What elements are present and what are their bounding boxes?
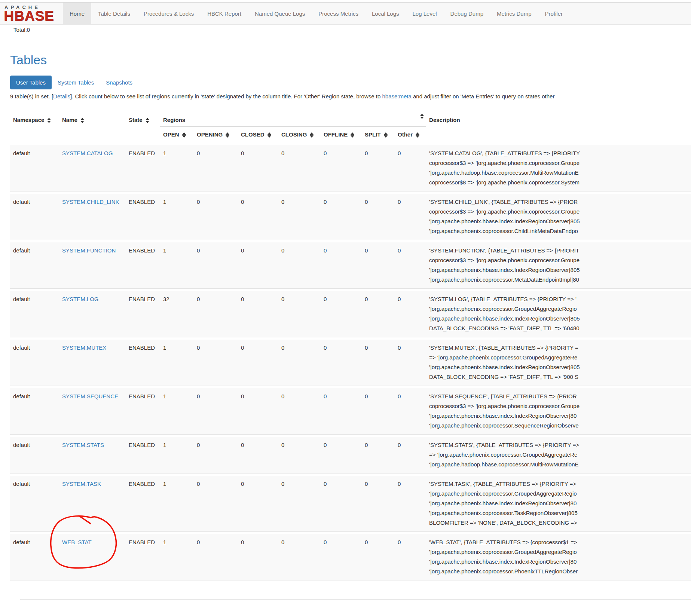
regions-open-count[interactable]: 1 [160,242,194,289]
table-name-link[interactable]: SYSTEM.MUTEX [62,344,106,351]
regions-other-count[interactable]: 0 [395,437,426,474]
regions-other-count[interactable]: 0 [395,291,426,337]
regions-closed-count[interactable]: 0 [238,340,278,386]
regions-opening-count[interactable]: 0 [194,534,238,580]
regions-other-count[interactable]: 0 [395,476,426,532]
regions-closed-count[interactable]: 0 [238,291,278,337]
regions-offline-count[interactable]: 0 [321,340,362,386]
regions-split-count[interactable]: 0 [362,437,395,474]
regions-open-count[interactable]: 1 [160,388,194,435]
regions-split-count[interactable]: 0 [362,194,395,240]
regions-closing-count[interactable]: 0 [278,437,321,474]
sort-icon[interactable] [80,118,84,123]
sort-icon[interactable] [384,132,388,138]
table-name-link[interactable]: SYSTEM.TASK [62,481,101,487]
regions-offline-count[interactable]: 0 [321,242,362,289]
regions-opening-count[interactable]: 0 [194,291,238,337]
details-link[interactable]: Details [53,93,70,99]
regions-opening-count[interactable]: 0 [194,388,238,435]
regions-closing-count[interactable]: 0 [278,340,321,386]
table-name-link[interactable]: SYSTEM.STATS [62,442,104,448]
hbase-logo[interactable]: APACHE HBASE [0,3,63,24]
nav-item-local-logs[interactable]: Local Logs [365,3,406,24]
nav-item-home[interactable]: Home [63,3,91,24]
regions-offline-count[interactable]: 0 [321,437,362,474]
regions-offline-count[interactable]: 0 [321,388,362,435]
regions-open-count[interactable]: 1 [160,476,194,532]
nav-item-metrics-dump[interactable]: Metrics Dump [490,3,538,24]
sort-icon[interactable] [420,114,424,119]
sort-icon[interactable] [146,118,149,123]
regions-other-count[interactable]: 0 [395,534,426,580]
sort-icon[interactable] [351,132,354,138]
regions-closing-count[interactable]: 0 [278,145,321,191]
regions-split-count[interactable]: 0 [362,145,395,191]
regions-closing-count[interactable]: 0 [278,388,321,435]
nav-item-table-details[interactable]: Table Details [91,3,137,24]
regions-split-count[interactable]: 0 [362,291,395,337]
regions-offline-count[interactable]: 0 [321,145,362,191]
sort-icon[interactable] [226,132,229,138]
sort-icon[interactable] [310,132,314,138]
regions-closed-count[interactable]: 0 [238,145,278,191]
regions-closed-count[interactable]: 0 [238,437,278,474]
table-name-link[interactable]: SYSTEM.SEQUENCE [62,393,118,399]
regions-other-count[interactable]: 0 [395,388,426,435]
regions-open-count[interactable]: 32 [160,291,194,337]
regions-opening-count[interactable]: 0 [194,476,238,532]
nav-item-debug-dump[interactable]: Debug Dump [444,3,490,24]
regions-closing-count[interactable]: 0 [278,242,321,289]
regions-open-count[interactable]: 1 [160,534,194,580]
regions-open-count[interactable]: 1 [160,194,194,240]
regions-split-count[interactable]: 0 [362,242,395,289]
regions-split-count[interactable]: 0 [362,534,395,580]
table-name-link[interactable]: SYSTEM.CHILD_LINK [62,199,119,205]
regions-opening-count[interactable]: 0 [194,145,238,191]
nav-item-named-queue-logs[interactable]: Named Queue Logs [248,3,312,24]
regions-offline-count[interactable]: 0 [321,476,362,532]
regions-split-count[interactable]: 0 [362,340,395,386]
regions-offline-count[interactable]: 0 [321,291,362,337]
regions-opening-count[interactable]: 0 [194,242,238,289]
regions-closing-count[interactable]: 0 [278,194,321,240]
regions-split-count[interactable]: 0 [362,388,395,435]
tab-user-tables[interactable]: User Tables [10,76,52,89]
table-name-link[interactable]: SYSTEM.FUNCTION [62,247,116,254]
sort-icon[interactable] [47,118,51,123]
regions-other-count[interactable]: 0 [395,340,426,386]
regions-closed-count[interactable]: 0 [238,476,278,532]
regions-open-count[interactable]: 1 [160,145,194,191]
regions-closed-count[interactable]: 0 [238,242,278,289]
tab-system-tables[interactable]: System Tables [52,76,100,89]
nav-item-hbck-report[interactable]: HBCK Report [201,3,248,24]
regions-other-count[interactable]: 0 [395,194,426,240]
hbase-meta-link[interactable]: hbase:meta [382,93,411,99]
regions-open-count[interactable]: 1 [160,437,194,474]
regions-closed-count[interactable]: 0 [238,388,278,435]
regions-opening-count[interactable]: 0 [194,340,238,386]
regions-opening-count[interactable]: 0 [194,194,238,240]
regions-offline-count[interactable]: 0 [321,194,362,240]
regions-closing-count[interactable]: 0 [278,476,321,532]
regions-opening-count[interactable]: 0 [194,437,238,474]
sort-icon[interactable] [416,132,419,138]
table-name-link[interactable]: SYSTEM.CATALOG [62,150,113,156]
regions-closed-count[interactable]: 0 [238,194,278,240]
regions-split-count[interactable]: 0 [362,476,395,532]
regions-other-count[interactable]: 0 [395,242,426,289]
sort-icon[interactable] [182,132,186,138]
tab-snapshots[interactable]: Snapshots [100,76,138,89]
nav-item-profiler[interactable]: Profiler [538,3,570,24]
regions-other-count[interactable]: 0 [395,145,426,191]
regions-closed-count[interactable]: 0 [238,534,278,580]
nav-item-log-level[interactable]: Log Level [406,3,444,24]
table-name-link[interactable]: WEB_STAT [62,539,92,545]
nav-item-process-metrics[interactable]: Process Metrics [312,3,365,24]
table-name-link[interactable]: SYSTEM.LOG [62,296,99,302]
regions-offline-count[interactable]: 0 [321,534,362,580]
regions-open-count[interactable]: 1 [160,340,194,386]
sort-icon[interactable] [267,132,271,138]
nav-item-procedures-locks[interactable]: Procedures & Locks [137,3,201,24]
regions-closing-count[interactable]: 0 [278,291,321,337]
regions-closing-count[interactable]: 0 [278,534,321,580]
